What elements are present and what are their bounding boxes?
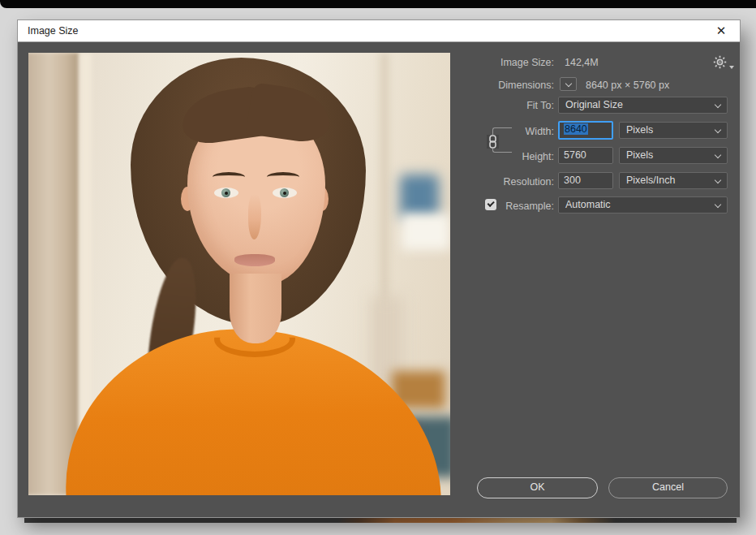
resample-checkbox[interactable] [485,199,496,210]
resolution-label: Resolution: [465,175,554,188]
portrait-iris-left [221,188,230,197]
background-folder-blue [400,175,439,219]
height-unit-select[interactable]: Pixels [619,147,728,164]
background-paper [402,214,450,250]
width-input[interactable]: 8640 [558,121,613,140]
dialog-title: Image Size [28,20,79,41]
resolution-unit-select[interactable]: Pixels/Inch [619,172,728,189]
portrait-eyebrow-left [213,172,245,182]
portrait-neck [230,274,281,343]
portrait-eye-right [273,188,297,198]
dimensions-unit-button[interactable] [560,77,577,91]
height-label: Height: [465,150,554,163]
dialog-title-bar: Image Size ✕ [18,20,740,42]
underlying-canvas-strip [24,517,737,523]
image-size-label: Image Size: [465,56,554,69]
cancel-button[interactable]: Cancel [608,477,728,498]
resample-value: Automatic [565,199,611,210]
portrait-pupil-left [225,192,228,195]
underlying-app-top-bar [0,0,756,8]
fit-to-label: Fit To: [465,99,554,112]
check-icon [487,200,494,207]
chevron-down-icon [565,80,572,87]
resolution-unit-value: Pixels/Inch [626,175,675,186]
image-preview[interactable] [28,53,450,495]
dialog-body: Image Size: 142,4M Dimensions: 8640 px ×… [18,42,740,517]
fit-to-value: Original Size [565,99,623,110]
portrait-pupil-right [283,192,286,195]
close-icon[interactable]: ✕ [709,20,733,41]
resample-select[interactable]: Automatic [558,196,728,214]
ok-button[interactable]: OK [477,477,598,498]
portrait-eye-left [214,188,238,198]
height-value: 5760 [564,149,586,161]
chevron-down-icon [715,127,721,133]
chevron-down-icon [715,177,721,183]
portrait-lips [234,254,275,266]
chevron-down-icon [715,101,721,108]
width-label: Width: [465,125,554,138]
resolution-value: 300 [564,175,581,186]
height-unit-value: Pixels [626,149,653,161]
width-value: 8640 [564,123,588,135]
gear-icon[interactable] [711,55,734,70]
portrait-eyebrow-right [267,172,299,182]
image-size-value: 142,4M [565,56,599,69]
fit-to-select[interactable]: Original Size [558,97,728,114]
gear-dropdown-arrow-icon [729,66,734,69]
chevron-down-icon [715,152,721,158]
width-unit-value: Pixels [626,124,653,136]
width-unit-select[interactable]: Pixels [619,122,728,139]
resample-label: Resample: [499,200,554,213]
dimensions-label: Dimensions: [465,79,554,92]
background-pillar [28,53,79,495]
image-size-dialog: Image Size ✕ [18,20,740,517]
resolution-input[interactable]: 300 [558,172,613,189]
height-input[interactable]: 5760 [558,147,613,164]
chevron-down-icon [715,201,721,208]
portrait-iris-right [280,188,289,197]
dimensions-value: 8640 px × 5760 px [586,79,669,92]
